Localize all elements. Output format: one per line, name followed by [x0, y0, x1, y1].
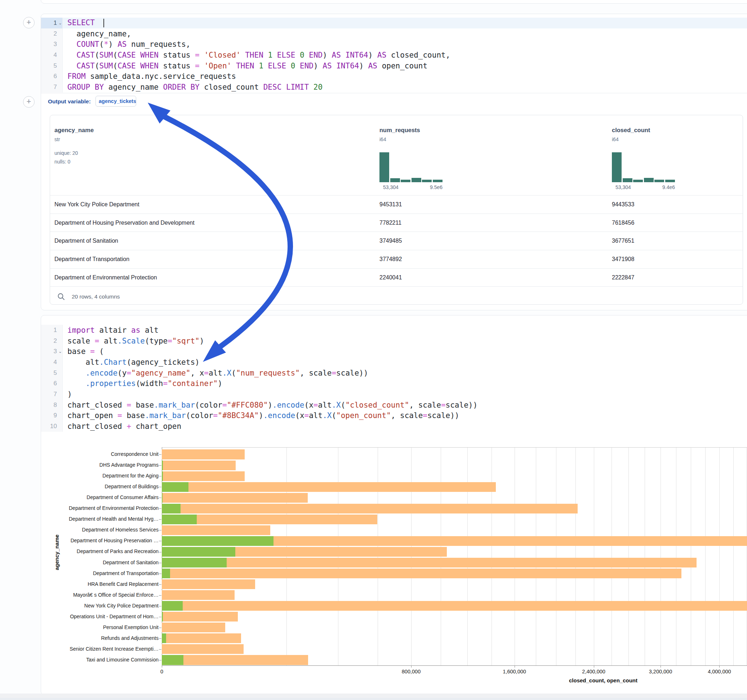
line-number-gutter: 3 — [41, 39, 63, 50]
code-token: FROM — [67, 72, 86, 81]
table-row[interactable]: Department of Sanitation37494853677651 — [50, 232, 742, 250]
code-token: .X — [331, 401, 340, 409]
sql-code-editor[interactable]: 1⌄SELECT 2 agency_name,3 COUNT(*) AS num… — [41, 14, 747, 92]
code-token: = — [331, 369, 336, 377]
code-token: * — [104, 40, 109, 48]
code-token: AS — [368, 62, 377, 70]
page-bottom-band — [0, 694, 747, 698]
code-text: import altair as alt — [67, 326, 159, 335]
code-token: CAST — [76, 62, 95, 70]
cell-agency-name: Department of Environmental Protection — [54, 275, 157, 281]
line-number-gutter: 1⌄ — [41, 18, 63, 29]
table-row[interactable]: Department of Housing Preservation and D… — [50, 214, 742, 232]
search-icon[interactable] — [57, 293, 65, 301]
code-token: GROUP BY — [67, 83, 104, 92]
code-token: scale)) — [446, 401, 478, 409]
column-header-agency-name[interactable]: agency_name str unique: 20 nulls: 0 — [54, 115, 328, 166]
code-token: alt — [318, 401, 331, 409]
code-token — [241, 51, 245, 59]
code-text: chart_closed = base.mark_bar(color="#FFC… — [67, 401, 478, 409]
code-token: .encode — [86, 369, 118, 377]
table-body: New York City Police Department945313194… — [50, 195, 742, 286]
column-header-closed-count[interactable]: closed_count i64 53,304 9.4e6 — [612, 115, 747, 142]
chevron-down-icon: ⌄ — [58, 21, 62, 26]
code-token: ) — [313, 62, 322, 70]
code-token: = — [213, 411, 218, 420]
code-line: 3 COUNT(*) AS num_requests, — [41, 39, 747, 50]
code-token: = — [163, 379, 168, 388]
histogram-num-requests — [380, 152, 443, 182]
code-token: = — [118, 411, 122, 420]
line-number-gutter: 5 — [41, 60, 63, 71]
code-token: chart_closed — [67, 422, 127, 431]
add-cell-button-top[interactable]: + — [23, 17, 35, 29]
code-token: alt — [140, 326, 159, 335]
code-token: = — [127, 369, 131, 377]
code-text: CAST(SUM(CASE WHEN status = 'Closed' THE… — [67, 51, 450, 59]
code-token: = — [195, 62, 200, 70]
code-token — [254, 62, 259, 70]
code-line: 3⌄base = ( — [41, 346, 747, 357]
line-number: 1 — [54, 327, 62, 334]
add-cell-button-output[interactable]: + — [23, 96, 35, 108]
code-token: SELECT — [67, 18, 95, 27]
line-number: 7 — [54, 83, 62, 91]
output-variable-chip[interactable]: agency_tickets — [95, 96, 136, 107]
python-code-editor[interactable]: 1import altair as alt2scale = alt.Scale(… — [41, 315, 747, 432]
code-token: = — [90, 347, 95, 356]
table-row[interactable]: New York City Police Department945313194… — [50, 195, 742, 214]
code-token: , x — [190, 369, 204, 377]
table-row[interactable]: Department of Transportation377489234719… — [50, 250, 742, 268]
code-text: base = ( — [67, 347, 104, 356]
code-token: "sqrt" — [172, 337, 200, 345]
code-token: (x — [304, 401, 313, 409]
code-token: (agency_tickets) — [127, 358, 199, 367]
table-row[interactable]: Department of Environmental Protection22… — [50, 268, 742, 287]
code-token: ) — [368, 51, 377, 59]
code-token: .X — [322, 411, 331, 420]
code-line: 4 CAST(SUM(CASE WHEN status = 'Closed' T… — [41, 50, 747, 60]
cell-agency-name: New York City Police Department — [54, 201, 139, 208]
code-token — [67, 369, 86, 377]
histogram-bar — [411, 178, 421, 182]
histogram-bar — [633, 180, 643, 182]
histogram-bar — [612, 152, 621, 182]
cell-closed-count: 9443533 — [612, 201, 634, 208]
code-token: "#8BC34A" — [218, 411, 259, 420]
column-header-num-requests[interactable]: num_requests i64 53,304 9.5e6 — [380, 115, 523, 142]
code-line: 1⌄SELECT — [41, 18, 747, 29]
code-token: altair — [95, 326, 131, 335]
code-token: = — [204, 369, 209, 377]
column-name: closed_count — [612, 127, 747, 134]
code-token: ( — [95, 62, 100, 70]
code-token: ( — [331, 411, 336, 420]
histogram-bar — [623, 178, 632, 182]
code-text: COUNT(*) AS num_requests, — [67, 40, 190, 48]
code-token: agency_name — [104, 83, 163, 92]
code-token: scale — [67, 337, 95, 345]
code-token: scale)) — [336, 369, 368, 377]
code-token: 1 — [268, 51, 272, 59]
code-token — [263, 62, 268, 70]
plus-icon: + — [27, 97, 31, 106]
code-token: AS — [322, 62, 331, 70]
code-token: ( — [341, 401, 346, 409]
code-token: closed_count, — [386, 51, 450, 59]
code-line: 7GROUP BY agency_name ORDER BY closed_co… — [41, 82, 747, 92]
code-token: ) — [259, 411, 263, 420]
code-token: = — [313, 401, 318, 409]
cell-closed-count: 3677651 — [612, 238, 634, 244]
line-number: 5 — [54, 370, 62, 377]
row-column-count: 20 rows, 4 columns — [72, 293, 120, 300]
code-token: ) — [109, 40, 118, 48]
code-token: = — [441, 401, 446, 409]
code-token: as — [131, 326, 140, 335]
code-token: ) — [67, 390, 72, 398]
code-text: chart_closed + chart_open — [67, 422, 181, 431]
code-token: CASE — [118, 62, 136, 70]
column-name: agency_name — [54, 127, 328, 134]
code-token: 'Open' — [204, 62, 231, 70]
chevron-down-icon: ⌄ — [58, 349, 62, 354]
code-token: ) — [359, 62, 368, 70]
code-token: alt — [209, 369, 222, 377]
